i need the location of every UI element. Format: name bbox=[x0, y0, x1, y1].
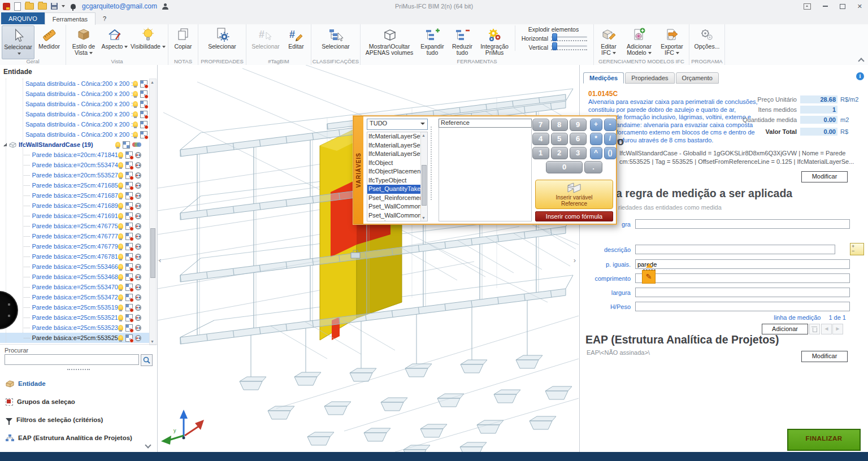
target-icon[interactable] bbox=[135, 264, 141, 270]
dot-key[interactable]: . bbox=[584, 161, 602, 173]
visibility-bulb-icon[interactable] bbox=[118, 254, 123, 260]
selection-state-icon[interactable] bbox=[125, 334, 133, 342]
selection-state-icon[interactable] bbox=[125, 182, 133, 189]
section-eap[interactable]: EAP (Estrutura Analítica de Projetos) bbox=[0, 429, 157, 447]
digit-key[interactable]: 3 bbox=[570, 147, 587, 159]
edit-pencil-icon[interactable]: ✎ bbox=[642, 270, 656, 284]
digit-key[interactable]: 8 bbox=[551, 119, 568, 131]
tree-item[interactable]: Parede básica:e=25cm:471687 bbox=[0, 190, 150, 201]
selection-state-icon[interactable] bbox=[125, 223, 133, 230]
target-icon[interactable] bbox=[135, 243, 141, 250]
info-icon[interactable]: i bbox=[856, 72, 864, 80]
visibility-bulb-icon[interactable] bbox=[133, 121, 138, 128]
tree-item[interactable]: Sapata distribuída - Cônica:200 x 200 : bbox=[0, 129, 150, 140]
visibility-bulb-icon[interactable] bbox=[118, 152, 123, 158]
visibility-bulb-icon[interactable] bbox=[118, 284, 123, 290]
account-email[interactable]: gcgarquiteto@gmail.com bbox=[82, 2, 157, 10]
selection-state-icon[interactable] bbox=[140, 80, 147, 88]
tree-item[interactable]: Parede básica:e=25cm:553525 bbox=[0, 333, 150, 343]
visibility-bulb-icon[interactable] bbox=[118, 325, 123, 331]
search-button[interactable] bbox=[141, 354, 153, 366]
reduzir-tudo-button[interactable]: Reduzir tudo bbox=[448, 25, 476, 58]
tree-item[interactable]: Sapata distribuída - Cônica:200 x 200 : bbox=[0, 109, 150, 119]
selection-state-icon[interactable] bbox=[125, 263, 133, 271]
selection-state-icon[interactable] bbox=[125, 233, 133, 240]
new-document-icon[interactable] bbox=[14, 2, 21, 11]
tree-item[interactable]: Parede básica:e=25cm:553521 bbox=[0, 312, 150, 323]
finalizar-button[interactable]: FINALIZAR bbox=[787, 429, 861, 451]
selection-state-icon[interactable] bbox=[140, 131, 147, 138]
visibility-bulb-icon[interactable] bbox=[118, 182, 123, 189]
tree-item[interactable]: Parede básica:e=25cm:553519 bbox=[0, 302, 150, 312]
digit-key[interactable]: 5 bbox=[551, 133, 568, 145]
section-grupos[interactable]: Grupos da seleçao bbox=[0, 393, 157, 411]
selection-state-icon[interactable] bbox=[125, 304, 133, 311]
variable-item[interactable]: IfcMaterialLayerSetUsage bbox=[367, 132, 420, 141]
save-dropdown-caret-icon[interactable] bbox=[62, 5, 65, 7]
delete-line-button[interactable] bbox=[809, 324, 820, 334]
variable-item[interactable]: Pset_WallCommon 1 bbox=[367, 211, 420, 220]
scroll-up-icon[interactable]: ▲ bbox=[421, 132, 426, 138]
visibility-bulb-icon[interactable] bbox=[118, 203, 123, 209]
tab-help[interactable]: ? bbox=[96, 12, 114, 24]
copiar-button[interactable]: Copiar bbox=[170, 25, 196, 58]
target-icon[interactable] bbox=[135, 182, 141, 189]
target-icon[interactable] bbox=[135, 294, 141, 301]
restore-icon[interactable] bbox=[840, 4, 845, 9]
tree-item[interactable]: Sapata distribuída - Cônica:200 x 200 : bbox=[0, 79, 150, 89]
estilo-vista-button[interactable]: Estilo de Vista bbox=[68, 25, 99, 58]
scroll-thumb[interactable] bbox=[422, 165, 427, 206]
tab-ferramentas[interactable]: Ferramentas bbox=[45, 12, 96, 25]
close-icon[interactable]: ✕ bbox=[857, 3, 862, 10]
minimize-icon[interactable] bbox=[823, 6, 828, 7]
tree-item[interactable]: Parede básica:e=25cm:553523 bbox=[0, 323, 150, 333]
target-icon[interactable] bbox=[135, 305, 141, 311]
target-icon[interactable] bbox=[135, 233, 141, 240]
variable-item[interactable]: IfcObject bbox=[367, 159, 420, 168]
selection-state-icon[interactable] bbox=[125, 284, 133, 291]
target-icon[interactable] bbox=[135, 213, 141, 219]
operator-key[interactable]: () bbox=[604, 147, 617, 159]
tagbim-editar-button[interactable]: # Editar bbox=[283, 25, 309, 58]
tree-item[interactable]: Sapata distribuída - Cônica:200 x 200 : bbox=[0, 89, 150, 99]
tree-item[interactable]: Parede básica:e=25cm:553466 bbox=[0, 262, 150, 272]
visibility-bulb-icon[interactable] bbox=[133, 111, 138, 118]
selection-state-icon[interactable] bbox=[125, 192, 133, 199]
tree-item[interactable]: Parede básica:e=20cm:553474 bbox=[0, 160, 150, 170]
digit-key[interactable]: 1 bbox=[532, 147, 549, 159]
h-peso-input[interactable] bbox=[635, 302, 850, 311]
target-icon[interactable] bbox=[135, 254, 141, 260]
visibility-bulb-icon[interactable] bbox=[118, 162, 123, 168]
tab-arquivo[interactable]: ARQUIVO bbox=[1, 12, 45, 24]
visibility-bulb-icon[interactable] bbox=[118, 213, 123, 219]
selection-state-icon[interactable] bbox=[125, 294, 133, 301]
visibility-bulb-icon[interactable] bbox=[133, 91, 138, 97]
target-icon[interactable] bbox=[135, 284, 141, 290]
integracao-primus-button[interactable]: Integração PriMus bbox=[476, 25, 513, 58]
variable-item[interactable]: Pset_WallCommon bbox=[367, 202, 420, 211]
zero-key[interactable]: 0 bbox=[546, 161, 583, 173]
visibility-bulb-icon[interactable] bbox=[115, 142, 120, 148]
selection-state-icon[interactable] bbox=[125, 273, 133, 281]
editar-ifc-button[interactable]: Editar IFC bbox=[596, 25, 622, 58]
operator-key[interactable]: + bbox=[590, 119, 602, 131]
visibility-bulb-icon[interactable] bbox=[118, 274, 123, 280]
popup-splitter[interactable] bbox=[431, 127, 436, 200]
target-icon[interactable] bbox=[135, 152, 141, 158]
tree-item[interactable]: Parede básica:e=25cm:476777 bbox=[0, 231, 150, 241]
reference-column-header[interactable]: Reference bbox=[439, 119, 532, 128]
largura-input[interactable] bbox=[635, 288, 850, 297]
visibility-bulb-icon[interactable] bbox=[118, 305, 123, 311]
variable-item[interactable]: VARIÁVEIS DE USUÁRIO bbox=[367, 220, 420, 221]
scroll-down-icon[interactable]: ▼ bbox=[421, 215, 426, 221]
digit-key[interactable]: 4 bbox=[532, 133, 549, 145]
visibility-bulb-icon[interactable] bbox=[118, 335, 123, 341]
variable-item[interactable]: IfcObjectPlacement bbox=[367, 167, 420, 176]
adicionar-modelo-button[interactable]: Adicionar Modelo bbox=[622, 25, 657, 58]
modificar-eap-button[interactable]: Modificar bbox=[801, 351, 848, 362]
ribbon-options-icon[interactable] bbox=[804, 3, 811, 10]
variable-item[interactable]: IfcTypeObject bbox=[367, 176, 420, 185]
selection-state-icon[interactable] bbox=[125, 172, 133, 179]
panel-grip[interactable] bbox=[67, 369, 90, 370]
sections-collapse-icon[interactable] bbox=[146, 443, 150, 447]
